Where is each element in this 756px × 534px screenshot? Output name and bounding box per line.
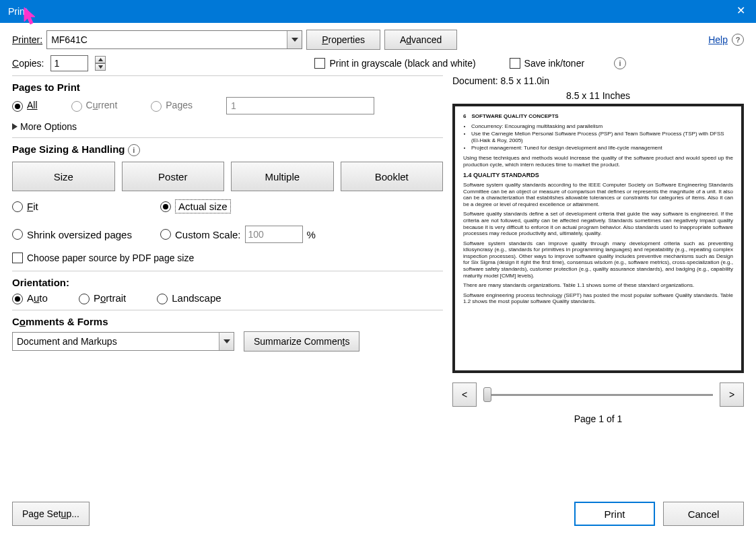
sizing-title: Page Sizing & Handling i	[12, 143, 443, 156]
orientation-panel: Orientation: Auto Portrait Landscape	[12, 271, 443, 304]
spinner-down-icon[interactable]	[95, 63, 106, 71]
printer-label: Printer:	[12, 34, 42, 45]
print-button[interactable]: Print	[574, 502, 655, 526]
multiple-button[interactable]: Multiple	[231, 162, 334, 191]
page-count: Page 1 of 1	[452, 413, 744, 424]
papersource-checkbox[interactable]: Choose paper source by PDF page size	[12, 253, 194, 263]
cancel-button[interactable]: Cancel	[663, 502, 744, 526]
advanced-button[interactable]: Advanced	[384, 30, 457, 50]
slider-thumb[interactable]	[483, 387, 491, 402]
scale-input[interactable]	[245, 226, 303, 243]
prev-page-button[interactable]: <	[452, 382, 477, 407]
pages-to-print-panel: Pages to Print All Current Pages More Op…	[12, 75, 443, 132]
info-icon[interactable]: i	[128, 144, 140, 156]
radio-all[interactable]: All	[12, 100, 38, 111]
poster-button[interactable]: Poster	[122, 162, 225, 191]
page-setup-button[interactable]: Page Setup...	[12, 502, 90, 526]
chevron-down-icon[interactable]	[287, 31, 302, 48]
saveink-checkbox[interactable]: Save ink/toner	[510, 58, 585, 69]
radio-auto[interactable]: Auto	[12, 292, 48, 304]
more-options-toggle[interactable]: More Options	[12, 121, 443, 132]
help-link[interactable]: Help?	[708, 34, 744, 46]
copies-label: Copies:	[12, 58, 44, 69]
page-slider[interactable]	[483, 394, 713, 396]
summarize-button[interactable]: Summarize Comments	[244, 331, 359, 352]
titlebar: Print ✕	[0, 0, 756, 23]
printer-select[interactable]: MF641C	[46, 30, 302, 49]
orientation-title: Orientation:	[12, 277, 443, 288]
info-icon[interactable]: i	[614, 57, 626, 69]
radio-pages[interactable]: Pages	[151, 100, 193, 111]
document-info: Document: 8.5 x 11.0in	[452, 75, 744, 86]
radio-custom[interactable]: Custom Scale:%	[160, 226, 443, 243]
window-title: Print	[8, 6, 28, 17]
chevron-down-icon[interactable]	[219, 333, 234, 350]
close-icon[interactable]: ✕	[736, 4, 745, 17]
preview-size: 8.5 x 11 Inches	[452, 90, 744, 101]
grayscale-checkbox[interactable]: Print in grayscale (black and white)	[314, 58, 475, 69]
sizing-panel: Page Sizing & Handling i Size Poster Mul…	[12, 137, 443, 265]
comments-title: Comments & Forms	[12, 316, 443, 327]
radio-portrait[interactable]: Portrait	[79, 292, 126, 304]
copies-input[interactable]	[50, 55, 88, 71]
printer-value: MF641C	[51, 34, 88, 45]
comments-panel: Comments & Forms Document and Markups Su…	[12, 310, 443, 352]
pages-to-print-title: Pages to Print	[12, 81, 443, 93]
radio-current[interactable]: Current	[71, 100, 118, 111]
help-icon: ?	[732, 34, 744, 46]
booklet-button[interactable]: Booklet	[341, 162, 444, 191]
radio-fit[interactable]: Fit	[12, 199, 160, 213]
size-button[interactable]: Size	[12, 162, 115, 191]
radio-landscape[interactable]: Landscape	[157, 292, 221, 304]
copies-spinner[interactable]	[95, 56, 106, 71]
pages-input[interactable]	[226, 97, 374, 114]
radio-actual[interactable]: Actual size	[160, 199, 443, 213]
comments-value: Document and Markups	[17, 336, 117, 347]
spinner-up-icon[interactable]	[95, 56, 106, 63]
radio-shrink[interactable]: Shrink oversized pages	[12, 226, 160, 243]
comments-select[interactable]: Document and Markups	[12, 332, 234, 351]
properties-button[interactable]: PPropertiesroperties	[306, 30, 380, 50]
print-preview: 6SOFTWARE QUALITY CONCEPTS Concurrency: …	[452, 104, 744, 373]
next-page-button[interactable]: >	[720, 382, 744, 407]
